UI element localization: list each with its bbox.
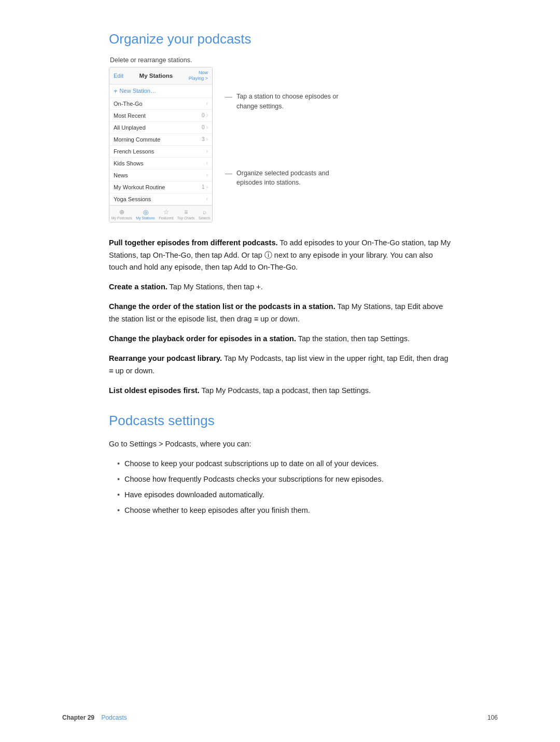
tab-label: Featured bbox=[159, 216, 173, 220]
chevron-icon: › bbox=[206, 136, 208, 142]
chevron-icon: › bbox=[206, 160, 208, 166]
row-label: News bbox=[114, 172, 128, 178]
para-5: Rearrange your podcast library. Tap My P… bbox=[109, 353, 451, 377]
plus-icon: + bbox=[114, 87, 118, 95]
body-section-1: Pull together episodes from different po… bbox=[109, 237, 451, 397]
badge: 0 bbox=[202, 113, 205, 118]
new-station-label: New Station… bbox=[120, 88, 156, 94]
footer-page-number: 106 bbox=[487, 714, 498, 721]
list-item: Choose to keep your podcast subscription… bbox=[117, 458, 451, 470]
callout-1: — Tap a station to choose episodes or ch… bbox=[225, 92, 340, 111]
iphone-row-workout: My Workout Routine 1› bbox=[109, 181, 212, 193]
chevron-icon: › bbox=[206, 196, 208, 202]
footer-chapter-name: Podcasts bbox=[101, 714, 127, 721]
list-item: Have episodes downloaded automatically. bbox=[117, 489, 451, 501]
chevron-icon: › bbox=[206, 101, 208, 106]
top-charts-icon: ≡ bbox=[184, 208, 188, 216]
body-section-2: Go to Settings > Podcasts, where you can… bbox=[109, 438, 451, 517]
list-item: Choose how frequently Podcasts checks yo… bbox=[117, 473, 451, 486]
tab-featured: ☆ Featured bbox=[159, 208, 173, 220]
diagram-caption: Delete or rearrange stations. bbox=[109, 57, 451, 64]
para-3-bold: Change the order of the station list or … bbox=[109, 302, 335, 311]
row-label: Morning Commute bbox=[114, 136, 160, 143]
my-podcasts-icon: ⊕ bbox=[119, 208, 124, 216]
tab-label: My Stations bbox=[136, 216, 155, 220]
chevron-icon: › bbox=[206, 184, 208, 190]
tab-label: Top Charts bbox=[177, 216, 195, 220]
chevron-icon: › bbox=[206, 113, 208, 118]
settings-intro: Go to Settings > Podcasts, where you can… bbox=[109, 438, 451, 451]
iphone-row-kids-shows: Kids Shows › bbox=[109, 158, 212, 170]
iphone-row-news: News › bbox=[109, 170, 212, 181]
iphone-row-morning-commute: Morning Commute 3› bbox=[109, 134, 212, 146]
iphone-mockup: Edit My Stations Now Playing > + New Sta… bbox=[109, 67, 213, 222]
para-6-rest: Tap My Podcasts, tap a podcast, then tap… bbox=[200, 386, 371, 395]
iphone-footer-tabs: ⊕ My Podcasts ◎ My Stations ☆ Featured bbox=[109, 205, 212, 222]
row-label: Yoga Sessions bbox=[114, 196, 151, 202]
diagram-wrapper: Delete or rearrange stations. Edit My St… bbox=[109, 57, 451, 222]
section1-title: Organize your podcasts bbox=[109, 31, 451, 47]
para-1: Pull together episodes from different po… bbox=[109, 237, 451, 274]
callout-dash: — bbox=[225, 92, 232, 101]
callout-2: — Organize selected podcasts and episode… bbox=[225, 169, 340, 188]
row-label: Most Recent bbox=[114, 113, 146, 119]
callout-text-1: Tap a station to choose episodes or chan… bbox=[236, 92, 340, 111]
chevron-icon: › bbox=[206, 172, 208, 178]
para-4-bold: Change the playback order for episodes i… bbox=[109, 334, 296, 343]
callout-text-2: Organize selected podcasts and episodes … bbox=[236, 169, 340, 188]
badge: 3 bbox=[202, 136, 205, 142]
tab-label: Search bbox=[199, 216, 210, 220]
tab-top-charts: ≡ Top Charts bbox=[177, 208, 195, 220]
list-item: Choose whether to keep episodes after yo… bbox=[117, 505, 451, 517]
row-label: On-The-Go bbox=[114, 101, 143, 107]
my-stations-icon: ◎ bbox=[143, 208, 148, 216]
iphone-header: Edit My Stations Now Playing > bbox=[109, 67, 212, 85]
search-icon: ⌕ bbox=[203, 208, 206, 216]
row-label: Kids Shows bbox=[114, 160, 143, 166]
para-1-bold: Pull together episodes from different po… bbox=[109, 239, 278, 247]
para-6-bold: List oldest episodes first. bbox=[109, 386, 200, 395]
iphone-row-yoga: Yoga Sessions › bbox=[109, 193, 212, 205]
iphone-row-most-recent: Most Recent 0› bbox=[109, 110, 212, 122]
para-2-rest: Tap My Stations, then tap +. bbox=[167, 283, 263, 291]
iphone-row-all-unplayed: All Unplayed 0› bbox=[109, 122, 212, 134]
bullet-list: Choose to keep your podcast subscription… bbox=[109, 458, 451, 517]
iphone-edit-btn: Edit bbox=[114, 73, 123, 79]
para-2: Create a station. Tap My Stations, then … bbox=[109, 281, 451, 293]
badge: 0 bbox=[202, 124, 205, 130]
badge: 1 bbox=[202, 184, 205, 190]
tab-search: ⌕ Search bbox=[199, 208, 210, 220]
para-4-rest: Tap the station, then tap Settings. bbox=[296, 334, 410, 343]
iphone-row-french-lessons: French Lessons › bbox=[109, 146, 212, 158]
chevron-icon: › bbox=[206, 148, 208, 154]
row-label: My Workout Routine bbox=[114, 184, 165, 190]
row-label: All Unplayed bbox=[114, 124, 146, 131]
featured-icon: ☆ bbox=[163, 208, 169, 216]
page-footer: Chapter 29 Podcasts 106 bbox=[0, 714, 560, 721]
iphone-new-station-row: + New Station… bbox=[109, 85, 212, 98]
para-6: List oldest episodes first. Tap My Podca… bbox=[109, 385, 451, 397]
para-5-bold: Rearrange your podcast library. bbox=[109, 354, 222, 362]
iphone-row-on-the-go: On-The-Go › bbox=[109, 98, 212, 110]
footer-chapter: Chapter 29 Podcasts bbox=[62, 714, 127, 721]
footer-chapter-label: Chapter 29 bbox=[62, 714, 94, 721]
iphone-now-playing: Now Playing > bbox=[189, 70, 208, 81]
tab-my-podcasts: ⊕ My Podcasts bbox=[111, 208, 132, 220]
section2-title: Podcasts settings bbox=[109, 413, 451, 429]
para-4: Change the playback order for episodes i… bbox=[109, 333, 451, 345]
callout-dash: — bbox=[225, 169, 232, 177]
para-3: Change the order of the station list or … bbox=[109, 301, 451, 326]
para-2-bold: Create a station. bbox=[109, 283, 167, 291]
tab-label: My Podcasts bbox=[111, 216, 132, 220]
tab-my-stations: ◎ My Stations bbox=[136, 208, 155, 220]
iphone-title: My Stations bbox=[139, 73, 173, 79]
iphone-mockup-container: Edit My Stations Now Playing > + New Sta… bbox=[109, 67, 213, 222]
row-label: French Lessons bbox=[114, 148, 154, 155]
chevron-icon: › bbox=[206, 124, 208, 130]
